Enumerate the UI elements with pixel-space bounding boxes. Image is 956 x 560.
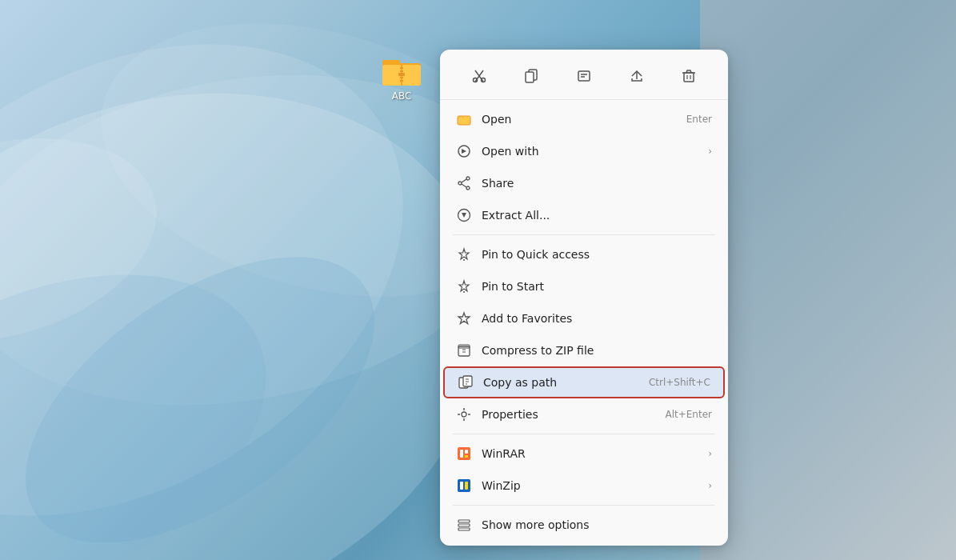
- desktop-icon[interactable]: ABC: [370, 52, 434, 102]
- svg-rect-52: [458, 520, 470, 522]
- properties-icon: [456, 406, 472, 422]
- copy-path-icon: [458, 374, 474, 390]
- svg-point-17: [481, 78, 485, 82]
- svg-point-44: [462, 412, 466, 417]
- svg-rect-24: [684, 73, 694, 82]
- copy-path-shortcut: Ctrl+Shift+C: [649, 377, 710, 388]
- winzip-label: WinZip: [482, 479, 705, 492]
- svg-rect-53: [458, 524, 470, 526]
- svg-point-32: [458, 182, 462, 185]
- svg-rect-48: [465, 455, 468, 458]
- menu-item-add-favorites[interactable]: Add to Favorites: [443, 302, 725, 334]
- copy-path-label: Copy as path: [483, 376, 642, 389]
- pin-quick-icon: [456, 246, 472, 262]
- add-favorites-label: Add to Favorites: [482, 312, 712, 325]
- extract-all-label: Extract All...: [482, 209, 712, 222]
- context-menu: Open Enter Open with › Share: [440, 50, 728, 546]
- winrar-label: WinRAR: [482, 447, 705, 460]
- show-more-icon: [456, 517, 472, 533]
- rename-button[interactable]: [569, 61, 599, 91]
- svg-line-34: [462, 184, 466, 187]
- rename-icon: [577, 69, 591, 83]
- open-shortcut: Enter: [686, 114, 712, 125]
- svg-rect-12: [400, 67, 403, 69]
- winrar-arrow: ›: [708, 448, 712, 459]
- compress-zip-icon: [456, 342, 472, 358]
- svg-rect-51: [465, 482, 468, 490]
- pin-start-icon: [456, 278, 472, 294]
- menu-item-extract-all[interactable]: Extract All...: [443, 199, 725, 231]
- svg-rect-45: [458, 447, 470, 460]
- menu-item-winrar[interactable]: WinRAR ›: [443, 438, 725, 470]
- properties-shortcut: Alt+Enter: [665, 409, 712, 420]
- extract-icon: [456, 207, 472, 223]
- svg-rect-14: [400, 77, 403, 78]
- winzip-arrow: ›: [708, 480, 712, 491]
- winrar-icon: [456, 446, 472, 462]
- menu-item-open-with[interactable]: Open with ›: [443, 135, 725, 167]
- open-with-arrow: ›: [708, 146, 712, 157]
- svg-point-16: [473, 78, 477, 82]
- right-panel-overlay: [700, 0, 956, 560]
- svg-rect-19: [526, 72, 534, 82]
- divider-1: [453, 234, 715, 235]
- divider-3: [453, 505, 715, 506]
- share-icon: [630, 69, 644, 83]
- folder-icon: [381, 52, 422, 87]
- menu-item-share[interactable]: Share: [443, 167, 725, 199]
- share-menu-icon: [456, 175, 472, 191]
- svg-rect-54: [458, 528, 470, 530]
- compress-zip-label: Compress to ZIP file: [482, 344, 712, 357]
- svg-rect-15: [400, 80, 403, 82]
- favorites-icon: [456, 310, 472, 326]
- svg-rect-50: [460, 482, 463, 490]
- share-toolbar-button[interactable]: [622, 61, 652, 91]
- copy-button[interactable]: [516, 61, 546, 91]
- delete-button[interactable]: [674, 61, 704, 91]
- open-with-icon: [456, 143, 472, 159]
- menu-item-winzip[interactable]: WinZip ›: [443, 470, 725, 502]
- menu-item-pin-quick-access[interactable]: Pin to Quick access: [443, 238, 725, 270]
- divider-2: [453, 434, 715, 434]
- context-menu-toolbar: [440, 54, 728, 100]
- menu-item-copy-as-path[interactable]: Copy as path Ctrl+Shift+C: [443, 366, 725, 398]
- menu-item-properties[interactable]: Properties Alt+Enter: [443, 398, 725, 430]
- cut-icon: [472, 69, 486, 83]
- menu-item-compress-zip[interactable]: Compress to ZIP file: [443, 334, 725, 366]
- menu-item-show-more[interactable]: Show more options: [443, 509, 725, 541]
- open-label: Open: [482, 113, 680, 126]
- pin-quick-label: Pin to Quick access: [482, 248, 712, 261]
- menu-item-pin-start[interactable]: Pin to Start: [443, 270, 725, 302]
- folder-icon-label: ABC: [392, 90, 412, 102]
- svg-rect-13: [400, 70, 403, 72]
- share-label: Share: [482, 177, 712, 190]
- cut-button[interactable]: [464, 61, 494, 91]
- open-icon: [456, 111, 472, 127]
- svg-rect-20: [578, 71, 590, 81]
- properties-label: Properties: [482, 408, 658, 421]
- svg-point-30: [466, 177, 470, 180]
- copy-icon: [524, 69, 538, 83]
- delete-icon: [682, 69, 696, 83]
- winzip-icon: [456, 478, 472, 494]
- open-with-label: Open with: [482, 145, 705, 158]
- svg-rect-46: [460, 450, 463, 458]
- menu-item-open[interactable]: Open Enter: [443, 103, 725, 135]
- svg-rect-11: [398, 73, 405, 76]
- svg-point-31: [466, 186, 470, 190]
- svg-line-33: [462, 179, 466, 182]
- svg-rect-49: [458, 479, 470, 492]
- show-more-label: Show more options: [482, 518, 712, 531]
- svg-rect-47: [465, 450, 468, 454]
- pin-start-label: Pin to Start: [482, 280, 712, 293]
